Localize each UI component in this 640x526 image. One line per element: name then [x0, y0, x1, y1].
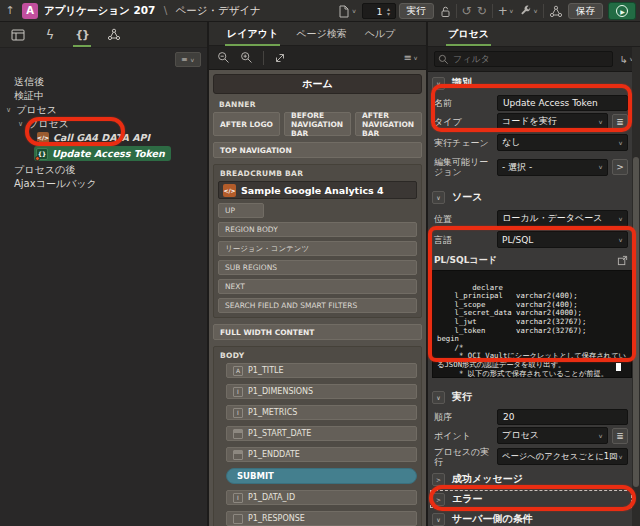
- magnifier-minus-icon: [217, 51, 230, 64]
- tree-menu-button[interactable]: ≡ ∨: [175, 52, 201, 67]
- item-p1-data-id[interactable]: IP1_DATA_ID: [226, 490, 417, 505]
- app-icon[interactable]: A: [22, 3, 38, 19]
- text-field-icon: I: [233, 493, 243, 503]
- process-icon: {}: [36, 148, 48, 160]
- position-sub-regions[interactable]: SUB REGIONS: [218, 260, 417, 275]
- execution-chain-select[interactable]: なし∨: [497, 134, 628, 151]
- text-cursor: [616, 363, 621, 371]
- position-after-logo[interactable]: AFTER LOGO: [213, 112, 280, 136]
- tab-help[interactable]: ヘルプ: [357, 22, 404, 46]
- save-and-run-button[interactable]: ▶: [608, 2, 636, 20]
- redo-button[interactable]: ↻: [477, 4, 487, 18]
- shared-components-button[interactable]: [549, 5, 563, 18]
- button-submit[interactable]: SUBMIT: [226, 468, 417, 484]
- panel-splitter[interactable]: [207, 22, 209, 526]
- position-after-nav-bar[interactable]: AFTER NAVIGATION BAR: [355, 112, 422, 136]
- position-region-content[interactable]: リージョン・コンテンツ: [218, 241, 417, 256]
- region-code-icon: </>: [223, 184, 236, 197]
- go-to-page-button[interactable]: 実行: [399, 3, 434, 19]
- breadcrumb-page: ページ・デザイナ: [176, 4, 261, 16]
- expand-icon: [274, 52, 286, 64]
- page-selector-button[interactable]: ∨: [338, 5, 356, 18]
- undo-button[interactable]: ↺: [462, 4, 472, 18]
- position-search-field[interactable]: SEARCH FIELD AND SMART FILTERS: [218, 298, 417, 313]
- editable-region-select[interactable]: - 選択 -∨: [497, 159, 608, 176]
- step-down-icon[interactable]: ▾: [387, 11, 390, 16]
- expand-chevron-icon[interactable]: ∨: [6, 106, 11, 114]
- tab-processing[interactable]: {}: [70, 23, 94, 47]
- property-location: 位置 ローカル・データベース∨: [434, 210, 628, 227]
- up-arrow-icon[interactable]: ↑: [0, 4, 20, 17]
- position-region-body[interactable]: REGION BODY: [218, 222, 417, 237]
- section-execution: ∨ 実行: [432, 390, 630, 404]
- expand-chevron-icon[interactable]: ∨: [18, 120, 23, 128]
- item-p1-metrics[interactable]: IP1_METRICS: [226, 405, 417, 420]
- position-before-nav-bar[interactable]: BEFORE NAVIGATION BAR: [284, 112, 351, 136]
- magnifier-plus-icon: [240, 51, 253, 64]
- expand-button[interactable]: [274, 52, 286, 64]
- shared-components-icon: [107, 28, 121, 41]
- breadcrumb-app[interactable]: アプリケーション 207: [44, 4, 155, 16]
- change-badge: [35, 156, 40, 161]
- save-button[interactable]: 保存: [568, 3, 603, 19]
- section-success-message: > 成功メッセージ: [432, 472, 630, 486]
- location-select[interactable]: ローカル・データベース∨: [497, 210, 628, 227]
- position-top-navigation[interactable]: TOP NAVIGATION: [213, 142, 422, 158]
- region-home[interactable]: ホーム: [213, 74, 422, 94]
- zoom-out-button[interactable]: [217, 51, 230, 64]
- body-container: BODY AP1_TITLE IP1_DIMENSIONS IP1_METRIC…: [213, 346, 422, 526]
- expand-button[interactable]: >: [432, 473, 445, 486]
- text-field-icon: I: [233, 408, 243, 418]
- collapse-button[interactable]: ∨: [432, 513, 445, 526]
- tab-rendering[interactable]: [6, 23, 30, 47]
- tree-item-after-processing[interactable]: プロセスの後: [14, 162, 75, 177]
- point-list-button[interactable]: ≣: [612, 428, 628, 444]
- item-p1-enddate[interactable]: P1_ENDDATE: [226, 447, 417, 462]
- collapse-button[interactable]: ∨: [432, 391, 445, 404]
- tab-dynamic-actions[interactable]: ϟ: [38, 23, 62, 47]
- filter-input[interactable]: [434, 51, 613, 67]
- editable-region-go-button[interactable]: >: [612, 159, 628, 175]
- run-process-select[interactable]: ページへのアクセスごとに1回(デフォルト)∨: [497, 448, 628, 465]
- sequence-input[interactable]: [497, 409, 628, 425]
- create-menu-button[interactable]: + ∨: [498, 4, 514, 18]
- position-up[interactable]: UP: [218, 203, 264, 218]
- item-p1-dimensions[interactable]: IP1_DIMENSIONS: [226, 384, 417, 399]
- go-icon: >: [616, 162, 624, 172]
- layout-menu-button[interactable]: ≡ ∨: [403, 52, 418, 63]
- utilities-menu-button[interactable]: ∨: [519, 5, 538, 18]
- tree-item-update-access-token[interactable]: {} Update Access Token: [34, 146, 171, 161]
- item-p1-start-date[interactable]: P1_START_DATE: [226, 426, 417, 441]
- collapse-button[interactable]: ∨: [432, 191, 445, 204]
- region-sample-google-analytics-4[interactable]: </> Sample Google Analytics 4: [218, 181, 417, 199]
- tab-shared-components[interactable]: [102, 23, 126, 47]
- chevron-down-icon: ∨: [413, 54, 418, 60]
- layout-panel: レイアウト ページ検索 ヘルプ ≡ ∨ ホーム BANNER AFTER LOG…: [209, 22, 426, 526]
- chevron-down-icon: ∨: [533, 8, 538, 14]
- tab-layout[interactable]: レイアウト: [219, 22, 286, 46]
- point-select[interactable]: プロセス∨: [497, 427, 608, 444]
- tree-item-processes[interactable]: ∨プロセス: [6, 102, 57, 117]
- item-p1-response[interactable]: P1_RESPONSE: [226, 511, 417, 526]
- zoom-in-button[interactable]: [240, 51, 253, 64]
- position-next[interactable]: NEXT: [218, 279, 417, 294]
- chevron-down-icon: ∨: [598, 432, 603, 438]
- tab-page-search[interactable]: ページ検索: [288, 22, 354, 46]
- tree-item-validating[interactable]: 検証中: [14, 88, 44, 103]
- lock-button[interactable]: [439, 5, 451, 18]
- position-banner-label: BANNER: [219, 100, 422, 109]
- tree-item-after-submit[interactable]: 送信後: [14, 74, 44, 89]
- center-tab-strip: レイアウト ページ検索 ヘルプ: [209, 22, 426, 46]
- section-source: ∨ ソース: [432, 190, 630, 204]
- tab-process[interactable]: プロセス: [440, 22, 497, 46]
- search-icon: [438, 54, 449, 65]
- annotation-when-button-pressed: [429, 485, 636, 511]
- page-number-stepper[interactable]: ▴ ▾: [384, 4, 394, 18]
- play-icon: ▶: [616, 5, 628, 17]
- position-full-width-content[interactable]: FULL WIDTH CONTENT: [213, 324, 422, 340]
- tree-item-ajax-callback[interactable]: Ajaxコールバック: [14, 176, 97, 191]
- item-p1-title[interactable]: AP1_TITLE: [226, 363, 417, 378]
- go-arrow-icon: ↳: [619, 54, 627, 65]
- list-icon: ≣: [616, 431, 624, 441]
- date-picker-icon: [233, 450, 243, 460]
